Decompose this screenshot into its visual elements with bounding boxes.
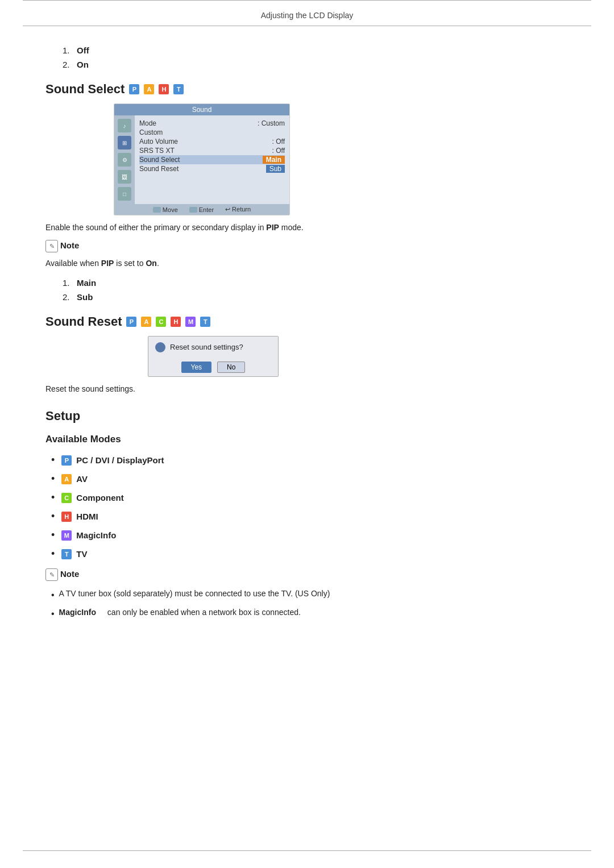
mode-label-hdmi: HDMI bbox=[76, 512, 98, 521]
reset-dialog-body: Reset sound settings? bbox=[148, 337, 278, 358]
badge-sr-m: M bbox=[185, 317, 196, 327]
setup-heading: Setup bbox=[45, 409, 569, 423]
sound-row-custom: Custom bbox=[139, 128, 285, 137]
icon-display: ⊞ bbox=[118, 136, 131, 149]
setup-notes-list: A TV tuner box (sold separately) must be… bbox=[51, 585, 569, 623]
list-item-off: 1. Off bbox=[45, 43, 569, 57]
icon-image: 🖼 bbox=[118, 170, 131, 184]
mode-badge-t: T bbox=[61, 549, 72, 559]
sound-row-auto-volume: Auto Volume : Off bbox=[139, 137, 285, 146]
reset-no-button[interactable]: No bbox=[217, 362, 245, 373]
badge-sr-p: P bbox=[126, 317, 136, 327]
mode-item-hdmi: H HDMI bbox=[51, 507, 569, 526]
icon-settings: ⚙ bbox=[118, 153, 131, 167]
page-title: Adjusting the LCD Display bbox=[261, 11, 354, 20]
setup-note-item-2: MagicInfo can only be enabled when a net… bbox=[51, 604, 569, 623]
sound-select-description: Enable the sound of either the primary o… bbox=[45, 221, 569, 234]
sound-menu-screenshot: Sound ♪ ⊞ ⚙ 🖼 □ Mode : Custom Custom bbox=[114, 103, 290, 215]
on-label: On bbox=[77, 60, 89, 69]
badge-a: A bbox=[144, 84, 154, 94]
mode-label-pc: PC / DVI / DisplayPort bbox=[76, 455, 164, 465]
mode-label-tv: TV bbox=[76, 549, 87, 559]
setup-note: ✎ Note bbox=[45, 568, 569, 581]
sound-menu-rows: Mode : Custom Custom Auto Volume : Off S… bbox=[135, 115, 289, 204]
icon-music: ♪ bbox=[118, 119, 131, 132]
badge-sr-t: T bbox=[200, 317, 210, 327]
mode-item-tv: T TV bbox=[51, 545, 569, 563]
icon-picture: □ bbox=[118, 187, 131, 201]
main-label: Main bbox=[77, 278, 96, 288]
reset-circle-icon bbox=[155, 342, 165, 352]
modes-list: P PC / DVI / DisplayPort A AV C Componen… bbox=[51, 451, 569, 563]
sound-reset-description: Reset the sound settings. bbox=[45, 383, 569, 395]
mode-label-component: Component bbox=[76, 493, 123, 502]
list-item-main: 1. Main bbox=[45, 276, 569, 290]
reset-yes-button[interactable]: Yes bbox=[181, 362, 212, 373]
note-label: Note bbox=[60, 239, 79, 250]
mode-badge-p: P bbox=[61, 455, 72, 466]
mode-item-magicinfo: M MagicInfo bbox=[51, 526, 569, 545]
reset-dialog-screenshot: Reset sound settings? Yes No bbox=[148, 336, 279, 377]
sound-row-srs: SRS TS XT : Off bbox=[139, 146, 285, 155]
sound-row-sound-reset: Sound Reset Sub bbox=[139, 164, 285, 173]
sound-menu-icon-list: ♪ ⊞ ⚙ 🖼 □ bbox=[114, 115, 135, 204]
sound-select-heading: Sound Select P A H T bbox=[45, 82, 569, 97]
badge-t: T bbox=[173, 84, 184, 94]
setup-note-icon: ✎ bbox=[45, 568, 58, 581]
sound-row-sound-select: Sound Select Main bbox=[139, 155, 285, 164]
badge-p: P bbox=[129, 84, 139, 94]
setup-note-item-1: A TV tuner box (sold separately) must be… bbox=[51, 585, 569, 604]
setup-note-label: Note bbox=[60, 568, 79, 579]
mode-item-component: C Component bbox=[51, 488, 569, 507]
page-header: Adjusting the LCD Display bbox=[23, 1, 591, 26]
off-label: Off bbox=[77, 45, 89, 55]
mode-badge-a: A bbox=[61, 474, 72, 484]
badge-sr-a: A bbox=[141, 317, 151, 327]
badge-sr-c: C bbox=[156, 317, 166, 327]
mode-item-pc: P PC / DVI / DisplayPort bbox=[51, 451, 569, 470]
reset-dialog-text: Reset sound settings? bbox=[170, 343, 243, 351]
sound-menu-footer: Move Enter ↩ Return bbox=[114, 204, 289, 215]
reset-dialog-buttons: Yes No bbox=[148, 358, 278, 376]
list-item-sub: 2. Sub bbox=[45, 290, 569, 304]
mode-badge-c: C bbox=[61, 493, 72, 503]
mode-item-av: A AV bbox=[51, 470, 569, 488]
mode-label-magicinfo: MagicInfo bbox=[76, 530, 116, 540]
magicinfo-note-label: MagicInfo bbox=[59, 607, 96, 618]
sound-row-mode: Mode : Custom bbox=[139, 119, 285, 128]
sound-reset-heading: Sound Reset P A C H M T bbox=[45, 314, 569, 329]
mode-label-av: AV bbox=[76, 474, 88, 484]
mode-badge-m: M bbox=[61, 530, 72, 541]
badge-h: H bbox=[159, 84, 169, 94]
note-icon: ✎ bbox=[45, 240, 58, 252]
sub-label: Sub bbox=[77, 292, 93, 302]
badge-sr-h: H bbox=[171, 317, 181, 327]
sound-menu-title: Sound bbox=[114, 104, 289, 115]
list-item-on: 2. On bbox=[45, 57, 569, 72]
available-when-pip: Available when PIP is set to On. bbox=[45, 257, 569, 269]
sound-select-note: ✎ Note bbox=[45, 239, 569, 252]
available-modes-heading: Available Modes bbox=[45, 434, 569, 445]
setup-section: Setup Available Modes P PC / DVI / Displ… bbox=[45, 409, 569, 623]
mode-badge-h: H bbox=[61, 512, 72, 522]
